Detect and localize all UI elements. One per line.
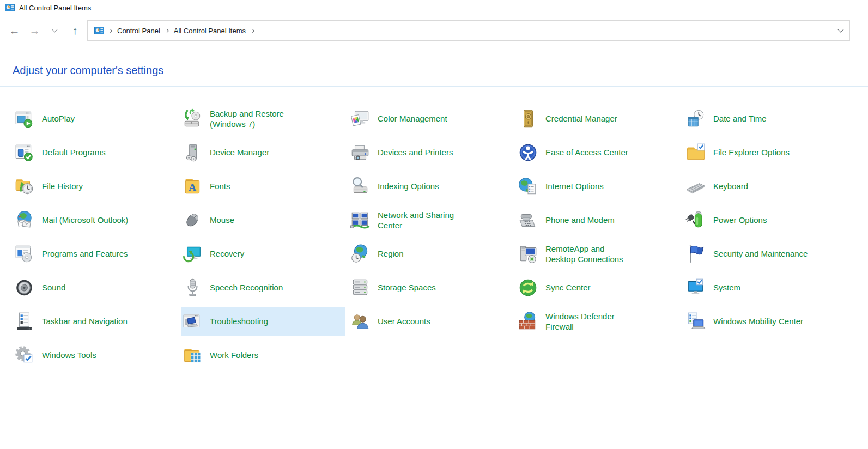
item-label: System: [713, 282, 740, 293]
item-date-and-time[interactable]: Date and Time: [684, 105, 852, 133]
item-internet-options[interactable]: Internet Options: [517, 172, 684, 201]
item-work-folders[interactable]: Work Folders: [181, 341, 349, 369]
item-label: Troubleshooting: [210, 316, 268, 326]
speech-recognition-icon: [182, 277, 203, 298]
item-backup-and-restore-windows-7[interactable]: Backup and Restore (Windows 7): [181, 105, 349, 133]
power-options-icon: [685, 210, 706, 230]
address-history-dropdown-button[interactable]: [837, 26, 843, 32]
item-label: Storage Spaces: [378, 282, 436, 293]
item-label: Devices and Printers: [378, 147, 453, 157]
item-label: Device Manager: [210, 147, 269, 157]
system-icon: [685, 277, 706, 298]
network-sharing-icon: [350, 210, 371, 230]
item-fonts[interactable]: AFonts: [181, 172, 349, 201]
control-panel-icon: [94, 27, 104, 34]
remoteapp-icon: [518, 244, 538, 264]
item-file-explorer-options[interactable]: File Explorer Options: [684, 138, 852, 167]
item-label: Work Folders: [210, 350, 258, 360]
heading-divider: [0, 86, 868, 87]
item-region[interactable]: Region: [349, 240, 517, 268]
devices-printers-icon: [350, 142, 371, 163]
item-autoplay[interactable]: AutoPlay: [13, 105, 181, 133]
item-power-options[interactable]: Power Options: [684, 206, 852, 234]
file-history-icon: [14, 176, 35, 197]
date-time-icon: [685, 108, 706, 129]
item-label: Mail (Microsoft Outlook): [42, 215, 128, 225]
up-button[interactable]: ↑: [65, 21, 85, 40]
item-troubleshooting[interactable]: Troubleshooting: [181, 307, 345, 336]
breadcrumb-all-control-panel-items[interactable]: All Control Panel Items: [173, 26, 246, 36]
recovery-icon: [182, 244, 203, 264]
item-file-history[interactable]: File History: [13, 172, 181, 201]
content-area: Adjust your computer's settings AutoPlay…: [0, 46, 868, 372]
windows-tools-icon: [14, 345, 35, 366]
device-manager-icon: [182, 142, 203, 163]
item-sync-center[interactable]: Sync Center: [517, 274, 684, 302]
item-speech-recognition[interactable]: Speech Recognition: [181, 274, 349, 302]
item-taskbar-and-navigation[interactable]: Taskbar and Navigation: [13, 307, 181, 336]
item-network-and-sharing-center[interactable]: Network and Sharing Center: [349, 206, 517, 234]
troubleshooting-icon: [182, 311, 203, 332]
item-label: Internet Options: [545, 181, 604, 191]
programs-features-icon: [14, 244, 35, 264]
item-devices-and-printers[interactable]: Devices and Printers: [349, 138, 517, 167]
item-indexing-options[interactable]: Indexing Options: [349, 172, 517, 201]
item-recovery[interactable]: Recovery: [181, 240, 349, 268]
item-label: Color Management: [378, 113, 447, 124]
svg-text:A: A: [189, 181, 196, 193]
item-user-accounts[interactable]: User Accounts: [349, 307, 517, 336]
item-label: Date and Time: [713, 113, 767, 124]
forward-button[interactable]: →: [25, 21, 45, 40]
back-button[interactable]: ←: [4, 21, 25, 40]
user-accounts-icon: [350, 311, 371, 332]
item-label: Windows Tools: [42, 350, 96, 360]
item-programs-and-features[interactable]: Programs and Features: [13, 240, 181, 268]
recent-locations-button[interactable]: [45, 21, 65, 40]
item-ease-of-access-center[interactable]: Ease of Access Center: [517, 138, 684, 167]
window-title: All Control Panel Items: [19, 4, 91, 12]
sound-icon: [14, 277, 35, 298]
item-label: RemoteApp and Desktop Connections: [545, 244, 634, 264]
item-label: Mouse: [210, 215, 234, 225]
internet-options-icon: [518, 176, 538, 197]
item-label: Region: [378, 248, 404, 259]
item-device-manager[interactable]: Device Manager: [181, 138, 349, 167]
keyboard-icon: [685, 176, 706, 197]
item-mouse[interactable]: Mouse: [181, 206, 349, 234]
page-title: Adjust your computer's settings: [13, 64, 868, 77]
region-icon: [350, 244, 371, 264]
default-programs-icon: [14, 142, 35, 163]
chevron-right-icon: [165, 28, 169, 32]
item-credential-manager[interactable]: Credential Manager: [517, 105, 684, 133]
item-mail-microsoft-outlook[interactable]: Mail (Microsoft Outlook): [13, 206, 181, 234]
sync-center-icon: [518, 277, 538, 298]
item-windows-mobility-center[interactable]: Windows Mobility Center: [684, 307, 852, 336]
backup-restore-icon: [182, 108, 203, 129]
item-label: Taskbar and Navigation: [42, 316, 128, 326]
item-storage-spaces[interactable]: Storage Spaces: [349, 274, 517, 302]
item-sound[interactable]: Sound: [13, 274, 181, 302]
item-label: File History: [42, 181, 83, 191]
item-security-and-maintenance[interactable]: Security and Maintenance: [684, 240, 852, 268]
defender-firewall-icon: [518, 311, 538, 332]
item-windows-defender-firewall[interactable]: Windows Defender Firewall: [517, 307, 684, 336]
item-system[interactable]: System: [684, 274, 852, 302]
title-bar: All Control Panel Items: [0, 0, 868, 15]
color-management-icon: [350, 108, 371, 129]
item-remoteapp-and-desktop-connections[interactable]: RemoteApp and Desktop Connections: [517, 240, 684, 268]
phone-modem-icon: [518, 210, 538, 230]
mouse-icon: [182, 210, 203, 230]
item-label: Backup and Restore (Windows 7): [210, 108, 298, 129]
item-keyboard[interactable]: Keyboard: [684, 172, 852, 201]
breadcrumb-control-panel[interactable]: Control Panel: [117, 26, 161, 36]
address-bar[interactable]: Control Panel All Control Panel Items: [87, 20, 850, 41]
chevron-right-icon: [251, 28, 254, 32]
item-label: Credential Manager: [545, 113, 617, 124]
item-label: Recovery: [210, 248, 244, 259]
item-windows-tools[interactable]: Windows Tools: [13, 341, 181, 369]
item-label: Sync Center: [545, 282, 591, 293]
file-explorer-options-icon: [685, 142, 706, 163]
item-color-management[interactable]: Color Management: [349, 105, 517, 133]
item-phone-and-modem[interactable]: Phone and Modem: [517, 206, 684, 234]
item-default-programs[interactable]: Default Programs: [13, 138, 181, 167]
